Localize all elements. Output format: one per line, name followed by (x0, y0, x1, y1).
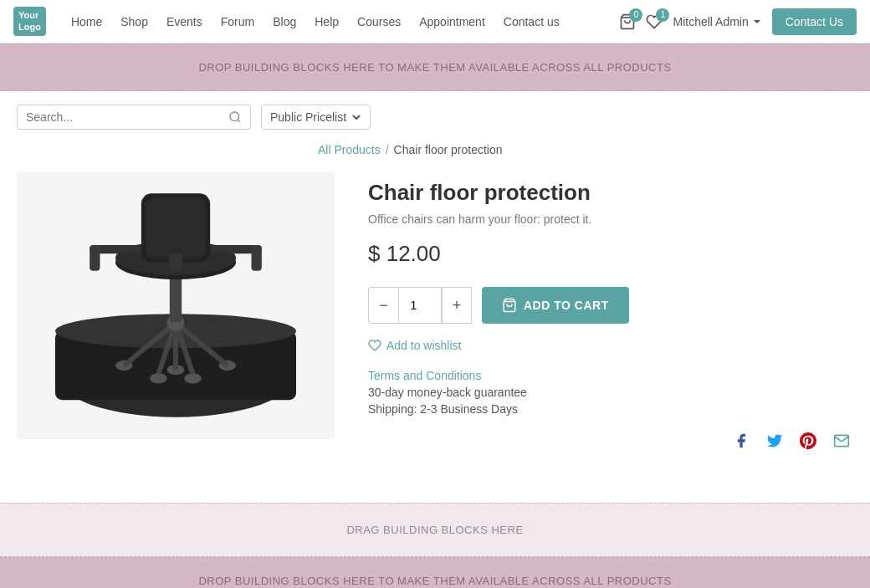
quantity-input[interactable] (398, 287, 442, 324)
breadcrumb-all-products[interactable]: All Products (318, 143, 381, 156)
contact-us-button[interactable]: Contact Us (772, 8, 857, 35)
terms-link[interactable]: Terms and Conditions (368, 369, 853, 382)
bottom-banner-text: DROP BUILDING BLOCKS HERE TO MAKE THEM A… (198, 575, 671, 587)
bottom-banner: DROP BUILDING BLOCKS HERE TO MAKE THEM A… (0, 557, 870, 588)
product-image (17, 171, 335, 439)
nav-blog[interactable]: Blog (264, 10, 304, 33)
facebook-share-icon[interactable] (729, 429, 753, 453)
shipping-text: Shipping: 2-3 Business Days (368, 402, 853, 416)
nav-help[interactable]: Help (306, 10, 347, 33)
navbar: Your Logo Home Shop Events Forum Blog He… (0, 0, 870, 43)
search-wrapper[interactable] (17, 105, 251, 130)
top-banner-text: DROP BUILDING BLOCKS HERE TO MAKE THEM A… (198, 61, 671, 74)
nav-home[interactable]: Home (63, 10, 110, 33)
pricelist-chevron-icon (351, 112, 361, 122)
cart-icon-container[interactable]: 0 (619, 13, 636, 30)
search-input[interactable] (26, 110, 228, 124)
svg-rect-21 (146, 197, 206, 258)
nav-appointment[interactable]: Appointment (411, 10, 494, 33)
nav-contact-us[interactable]: Contact us (495, 10, 568, 33)
logo[interactable]: Your Logo (13, 7, 46, 35)
svg-point-1 (230, 112, 239, 121)
search-button[interactable] (228, 110, 242, 124)
svg-point-9 (184, 373, 202, 383)
drag-middle-text: DRAG BUILDING BLOCKS HERE (346, 524, 523, 536)
user-dropdown[interactable]: Mitchell Admin (673, 15, 761, 28)
heart-wishlist-icon (368, 339, 381, 352)
chevron-down-icon (752, 17, 762, 27)
logo-box: Your Logo (13, 7, 46, 35)
email-share-icon[interactable] (830, 429, 853, 453)
product-detail: Chair floor protection Office chairs can… (368, 171, 853, 453)
nav-right: 0 1 Mitchell Admin Contact Us (619, 8, 857, 35)
product-subtitle: Office chairs can harm your floor: prote… (368, 212, 853, 226)
svg-rect-22 (169, 253, 182, 271)
pricelist-label: Public Pricelist (270, 110, 346, 124)
social-row (368, 429, 853, 453)
add-to-cart-label: ADD TO CART (524, 299, 609, 312)
logo-line2: Logo (18, 22, 41, 33)
wishlist-badge: 1 (656, 8, 669, 22)
add-to-cart-button[interactable]: ADD TO CART (482, 287, 629, 324)
svg-rect-25 (90, 245, 100, 271)
nav-events[interactable]: Events (158, 10, 211, 33)
quantity-increase-button[interactable]: + (442, 287, 472, 324)
product-illustration (33, 185, 319, 426)
twitter-share-icon[interactable] (763, 429, 786, 453)
svg-line-2 (238, 120, 240, 122)
svg-point-8 (150, 373, 167, 383)
cart-row: − + ADD TO CART (368, 287, 853, 324)
guarantee-text: 30-day money-back guarantee (368, 386, 853, 399)
pricelist-dropdown[interactable]: Public Pricelist (261, 105, 371, 130)
svg-rect-26 (252, 245, 262, 271)
cart-badge: 0 (629, 8, 642, 22)
wishlist-icon-container[interactable]: 1 (646, 13, 663, 30)
product-image-box (17, 171, 335, 439)
nav-links: Home Shop Events Forum Blog Help Courses… (63, 10, 617, 33)
nav-courses[interactable]: Courses (349, 10, 409, 33)
wishlist-label: Add to wishlist (386, 339, 461, 352)
cart-add-icon (502, 298, 517, 313)
product-title: Chair floor protection (368, 180, 853, 206)
drag-middle-banner: DRAG BUILDING BLOCKS HERE (0, 503, 870, 557)
logo-line1: Your (18, 10, 41, 21)
quantity-decrease-button[interactable]: − (368, 287, 398, 324)
product-area: Chair floor protection Office chairs can… (0, 163, 870, 486)
wishlist-row[interactable]: Add to wishlist (368, 339, 853, 352)
product-price: $ 12.00 (368, 241, 853, 267)
nav-shop[interactable]: Shop (112, 10, 156, 33)
breadcrumb-separator: / (386, 143, 389, 156)
search-icon (228, 110, 242, 124)
pinterest-share-icon[interactable] (796, 429, 820, 453)
nav-forum[interactable]: Forum (212, 10, 263, 33)
breadcrumb: All Products / Chair floor protection (0, 143, 870, 163)
top-banner: DROP BUILDING BLOCKS HERE TO MAKE THEM A… (0, 43, 870, 91)
user-name: Mitchell Admin (673, 15, 748, 28)
breadcrumb-current: Chair floor protection (394, 143, 503, 156)
search-bar-row: Public Pricelist (0, 91, 870, 143)
